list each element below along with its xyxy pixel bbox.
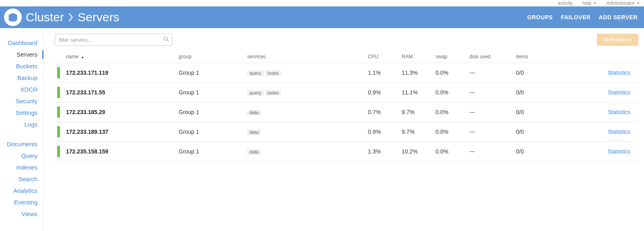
service-tag: data <box>247 149 261 155</box>
server-row[interactable]: 172.233.171.55Group 1queryindex0.9%11.1%… <box>55 83 638 102</box>
filter-wrap <box>55 34 172 46</box>
failover-button[interactable]: FAILOVER <box>561 14 590 20</box>
swap-cell: 0.0% <box>433 142 467 161</box>
ram-cell: 11.3% <box>399 63 433 83</box>
nav-group-primary: DashboardServersBucketsBackupXDCRSecurit… <box>0 37 43 130</box>
swap-cell: 0.0% <box>433 102 467 122</box>
col-disk-header[interactable]: disk used <box>467 51 514 63</box>
stats-cell: Statistics <box>578 63 638 83</box>
table-header-row: name ▲ group services CPU RAM swap disk … <box>55 51 638 63</box>
disk-cell: --- <box>467 142 514 161</box>
server-name[interactable]: 172.233.185.29 <box>66 109 105 115</box>
statistics-link[interactable]: Statistics <box>580 129 633 135</box>
filter-servers-input[interactable] <box>55 34 172 46</box>
group-cell: Group 1 <box>176 122 245 142</box>
sidebar-item-search[interactable]: Search <box>0 173 43 185</box>
statistics-link[interactable]: Statistics <box>580 70 633 76</box>
server-name-cell: 172.233.171.119 <box>64 63 176 83</box>
statistics-link[interactable]: Statistics <box>580 109 633 115</box>
status-indicator-icon <box>57 146 60 157</box>
stats-cell: Statistics <box>578 102 638 122</box>
groups-button[interactable]: GROUPS <box>527 14 553 20</box>
caret-down-icon: ▼ <box>593 1 597 5</box>
swap-cell: 0.0% <box>433 63 467 83</box>
cpu-cell: 0.9% <box>365 122 399 142</box>
status-cell <box>55 83 64 102</box>
status-indicator-icon <box>57 126 60 137</box>
server-name[interactable]: 172.233.171.119 <box>66 70 108 76</box>
user-menu[interactable]: Administrator ▼ <box>606 0 640 6</box>
service-tag: query <box>247 70 264 76</box>
server-row[interactable]: 172.235.158.159Group 1data1.3%10.2%0.0%-… <box>55 142 638 161</box>
sidebar-item-dashboard[interactable]: Dashboard <box>0 37 43 49</box>
col-ram-header[interactable]: RAM <box>399 51 433 63</box>
col-swap-header[interactable]: swap <box>433 51 467 63</box>
service-tag: index <box>265 70 281 76</box>
help-menu[interactable]: help ▼ <box>582 0 597 6</box>
service-tag: query <box>247 90 264 96</box>
servers-table: name ▲ group services CPU RAM swap disk … <box>55 51 638 161</box>
sidebar-item-xdcr[interactable]: XDCR <box>0 84 43 95</box>
server-name-cell: 172.233.171.55 <box>64 83 176 102</box>
cpu-cell: 1.3% <box>365 142 399 161</box>
server-name[interactable]: 172.233.189.137 <box>66 129 108 135</box>
col-cpu-header[interactable]: CPU <box>365 51 399 63</box>
header-actions: GROUPS FAILOVER ADD SERVER <box>527 14 638 20</box>
server-name[interactable]: 172.235.158.159 <box>66 148 108 155</box>
services-cell: queryindex <box>245 63 365 83</box>
status-indicator-icon <box>57 87 60 98</box>
col-items-header[interactable]: items <box>514 51 578 63</box>
col-stats-header <box>578 51 638 63</box>
stats-cell: Statistics <box>578 142 638 161</box>
statistics-link[interactable]: Statistics <box>580 148 633 155</box>
services-cell: data <box>245 142 365 161</box>
col-name-header[interactable]: name ▲ <box>64 51 176 63</box>
ram-cell: 9.7% <box>399 102 433 122</box>
sidebar-item-servers[interactable]: Servers <box>0 49 43 60</box>
add-server-button[interactable]: ADD SERVER <box>599 14 638 20</box>
sidebar-item-settings[interactable]: Settings <box>0 107 43 119</box>
statistics-link[interactable]: Statistics <box>580 89 633 96</box>
sidebar-item-indexes[interactable]: Indexes <box>0 161 43 173</box>
services-cell: data <box>245 122 365 142</box>
caret-down-icon: ▼ <box>636 1 640 5</box>
services-cell: data <box>245 102 365 122</box>
sidebar-item-backup[interactable]: Backup <box>0 72 43 84</box>
nav-group-secondary: DocumentsQueryIndexesSearchAnalyticsEven… <box>0 138 43 220</box>
items-cell: 0/0 <box>514 63 578 83</box>
cpu-cell: 1.1% <box>365 63 399 83</box>
sidebar-item-analytics[interactable]: Analytics <box>0 185 43 196</box>
col-services-header[interactable]: services <box>245 51 365 63</box>
server-row[interactable]: 172.233.171.119Group 1queryindex1.1%11.3… <box>55 63 638 83</box>
breadcrumb-page: Servers <box>78 10 119 24</box>
user-label: Administrator <box>606 0 635 6</box>
sidebar-item-query[interactable]: Query <box>0 150 43 161</box>
sidebar-item-views[interactable]: Views <box>0 208 43 220</box>
col-group-header[interactable]: group <box>176 51 245 63</box>
sidebar-item-eventing[interactable]: Eventing <box>0 196 43 208</box>
content-layout: DashboardServersBucketsBackupXDCRSecurit… <box>0 28 644 231</box>
activity-link[interactable]: activity <box>558 0 573 6</box>
services-cell: queryindex <box>245 83 365 102</box>
svg-rect-0 <box>12 13 14 15</box>
server-name-cell: 172.235.158.159 <box>64 142 176 161</box>
sidebar-item-security[interactable]: Security <box>0 95 43 107</box>
server-row[interactable]: 172.233.189.137Group 1data0.9%9.7%0.0%--… <box>55 122 638 142</box>
rebalance-button[interactable]: Rebalance <box>597 34 638 46</box>
service-tag: index <box>265 90 281 96</box>
server-row[interactable]: 172.233.185.29Group 1data0.7%9.7%0.0%---… <box>55 102 638 122</box>
breadcrumb-cluster[interactable]: Cluster <box>26 10 64 24</box>
sidebar-item-buckets[interactable]: Buckets <box>0 60 43 72</box>
disk-cell: --- <box>467 102 514 122</box>
group-cell: Group 1 <box>176 83 245 102</box>
group-cell: Group 1 <box>176 63 245 83</box>
sidebar-item-logs[interactable]: Logs <box>0 119 43 130</box>
sidebar-item-documents[interactable]: Documents <box>0 138 43 150</box>
sidebar: DashboardServersBucketsBackupXDCRSecurit… <box>0 28 43 231</box>
server-name[interactable]: 172.233.171.55 <box>66 89 105 96</box>
utility-bar: activity help ▼ Administrator ▼ <box>0 0 644 6</box>
header-bar: Cluster Servers GROUPS FAILOVER ADD SERV… <box>0 6 644 28</box>
group-cell: Group 1 <box>176 142 245 161</box>
ram-cell: 11.1% <box>399 83 433 102</box>
disk-cell: --- <box>467 83 514 102</box>
